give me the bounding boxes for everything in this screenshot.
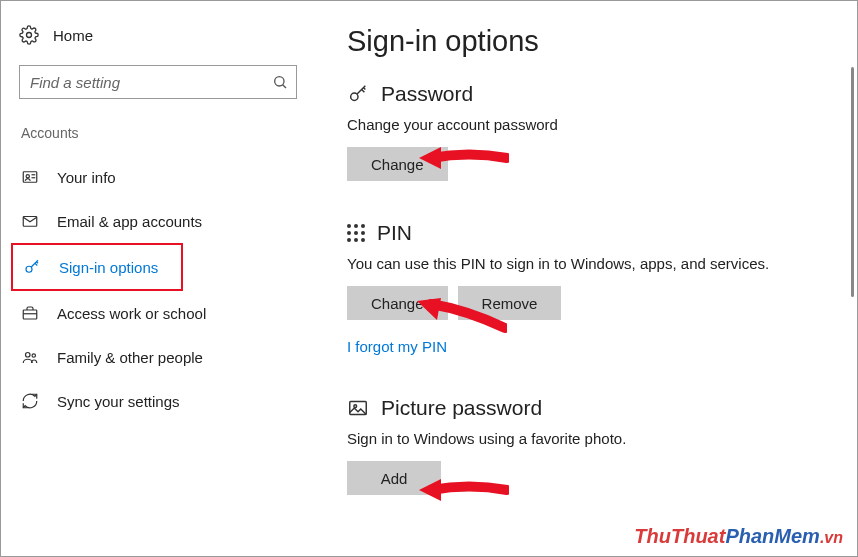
password-section: Password Change your account password Ch…	[347, 82, 827, 181]
forgot-pin-link[interactable]: I forgot my PIN	[347, 338, 447, 355]
search-box[interactable]	[19, 65, 297, 99]
people-icon	[21, 348, 39, 366]
password-change-button[interactable]: Change	[347, 147, 448, 181]
home-label: Home	[53, 27, 93, 44]
annotation-highlight: Sign-in options	[11, 243, 183, 291]
pin-change-button[interactable]: Change	[347, 286, 448, 320]
svg-point-4	[26, 175, 29, 178]
svg-point-11	[26, 353, 31, 358]
watermark: ThuThuatPhanMem.vn	[634, 525, 843, 548]
key-icon	[23, 258, 41, 276]
key-icon	[347, 83, 369, 105]
sidebar-item-sync[interactable]: Sync your settings	[19, 379, 311, 423]
pin-section: PIN You can use this PIN to sign in to W…	[347, 221, 827, 356]
password-desc: Change your account password	[347, 116, 827, 133]
sidebar-section-label: Accounts	[19, 125, 311, 141]
sidebar-item-signin-options[interactable]: Sign-in options	[21, 245, 181, 289]
briefcase-icon	[21, 304, 39, 322]
home-nav[interactable]: Home	[19, 25, 311, 45]
vertical-scrollbar[interactable]	[851, 67, 854, 297]
pin-heading: PIN	[377, 221, 412, 245]
svg-point-12	[32, 354, 35, 357]
svg-rect-9	[23, 310, 37, 319]
person-badge-icon	[21, 168, 39, 186]
nav-label: Sign-in options	[59, 259, 158, 276]
picture-icon	[347, 397, 369, 419]
picture-password-section: Picture password Sign in to Windows usin…	[347, 396, 827, 495]
picture-add-button[interactable]: Add	[347, 461, 441, 495]
mail-icon	[21, 212, 39, 230]
search-input[interactable]	[30, 74, 272, 91]
sidebar-item-family[interactable]: Family & other people	[19, 335, 311, 379]
picture-heading: Picture password	[381, 396, 542, 420]
password-heading: Password	[381, 82, 473, 106]
svg-point-1	[275, 77, 284, 86]
main-content: Sign-in options Password Change your acc…	[311, 1, 857, 556]
sidebar-item-work-school[interactable]: Access work or school	[19, 291, 311, 335]
gear-icon	[19, 25, 39, 45]
pin-remove-button[interactable]: Remove	[458, 286, 562, 320]
picture-desc: Sign in to Windows using a favorite phot…	[347, 430, 827, 447]
search-icon	[272, 74, 288, 90]
pin-dots-icon	[347, 224, 365, 242]
svg-point-8	[26, 266, 32, 272]
nav-label: Family & other people	[57, 349, 203, 366]
svg-point-0	[27, 33, 32, 38]
page-title: Sign-in options	[347, 25, 827, 58]
nav-label: Your info	[57, 169, 116, 186]
nav-label: Sync your settings	[57, 393, 180, 410]
nav-label: Access work or school	[57, 305, 206, 322]
sidebar-item-email[interactable]: Email & app accounts	[19, 199, 311, 243]
pin-desc: You can use this PIN to sign in to Windo…	[347, 255, 827, 272]
sidebar-item-your-info[interactable]: Your info	[19, 155, 311, 199]
svg-point-13	[351, 93, 358, 100]
nav-label: Email & app accounts	[57, 213, 202, 230]
svg-line-2	[283, 85, 286, 88]
sync-icon	[21, 392, 39, 410]
settings-sidebar: Home Accounts Your info Email & app acco…	[1, 1, 311, 556]
